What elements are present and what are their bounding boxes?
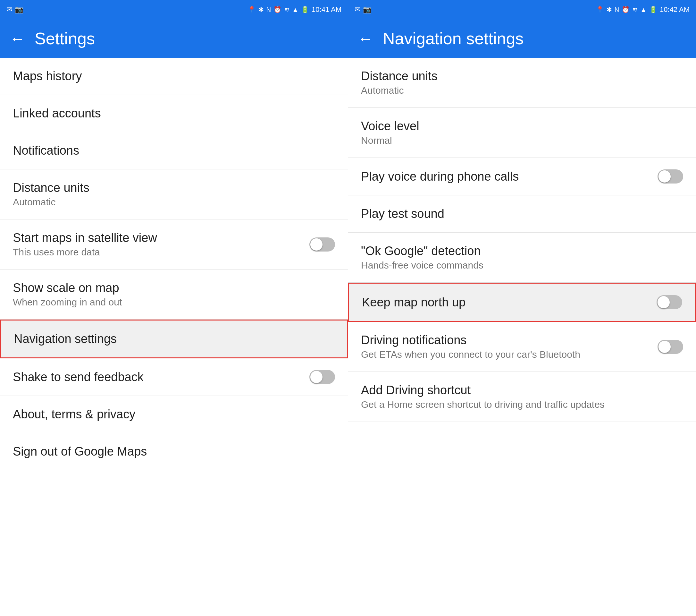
settings-item-show-scale[interactable]: Show scale on mapWhen zooming in and out	[0, 270, 348, 320]
settings-item-navigation-settings[interactable]: Navigation settings	[0, 320, 348, 358]
camera-icon-right: 📷	[363, 5, 371, 14]
nav-settings-item-content-keep-north-up: Keep map north up	[362, 295, 650, 309]
location-icon: 📍	[248, 6, 256, 14]
nav-settings-item-ok-google[interactable]: "Ok Google" detectionHands-free voice co…	[348, 233, 696, 283]
settings-item-title-sign-out: Sign out of Google Maps	[13, 445, 335, 459]
settings-item-distance-units[interactable]: Distance unitsAutomatic	[0, 169, 348, 219]
nav-settings-item-content-ok-google: "Ok Google" detectionHands-free voice co…	[361, 244, 683, 271]
app-bar-left: ← Settings	[0, 19, 348, 58]
nav-settings-item-keep-north-up[interactable]: Keep map north up	[348, 283, 696, 322]
nav-settings-item-content-voice-level: Voice levelNormal	[361, 119, 683, 146]
page-title-right: Navigation settings	[383, 29, 523, 48]
signal-icon: ▲	[292, 6, 299, 14]
nav-toggle-knob-driving-notifications	[659, 341, 671, 353]
nav-toggle-play-voice-calls[interactable]	[658, 169, 683, 184]
settings-item-content-satellite-view: Start maps in satellite viewThis uses mo…	[13, 231, 303, 258]
nav-settings-item-subtitle-ok-google: Hands-free voice commands	[361, 260, 683, 271]
left-status-icons: ✉ 📷	[6, 5, 23, 14]
toggle-knob-shake-feedback	[310, 371, 322, 383]
nav-toggle-knob-play-voice-calls	[659, 170, 671, 183]
nav-settings-item-add-driving-shortcut[interactable]: Add Driving shortcutGet a Home screen sh…	[348, 372, 696, 422]
nfc-icon-right: N	[615, 6, 619, 14]
settings-item-title-about-terms: About, terms & privacy	[13, 407, 335, 421]
settings-item-title-linked-accounts: Linked accounts	[13, 107, 335, 120]
nav-settings-item-distance-units-nav[interactable]: Distance unitsAutomatic	[348, 58, 696, 108]
nav-settings-item-title-play-voice-calls: Play voice during phone calls	[361, 170, 651, 184]
nav-settings-item-title-add-driving-shortcut: Add Driving shortcut	[361, 383, 683, 397]
alarm-icon-right: ⏰	[622, 6, 630, 14]
nav-settings-item-title-driving-notifications: Driving notifications	[361, 333, 651, 347]
settings-item-title-shake-feedback: Shake to send feedback	[13, 370, 303, 384]
nav-settings-item-voice-level[interactable]: Voice levelNormal	[348, 108, 696, 158]
settings-item-subtitle-satellite-view: This uses more data	[13, 247, 303, 258]
settings-item-title-show-scale: Show scale on map	[13, 281, 335, 295]
nav-settings-item-driving-notifications[interactable]: Driving notificationsGet ETAs when you c…	[348, 322, 696, 372]
settings-item-title-maps-history: Maps history	[13, 69, 335, 83]
settings-item-subtitle-distance-units: Automatic	[13, 197, 335, 207]
settings-item-subtitle-show-scale: When zooming in and out	[13, 297, 335, 308]
settings-item-maps-history[interactable]: Maps history	[0, 58, 348, 95]
back-button-left[interactable]: ←	[10, 30, 25, 47]
bluetooth-icon: ✱	[258, 6, 264, 14]
nav-toggle-keep-north-up[interactable]	[657, 295, 682, 309]
message-icon-right: ✉	[354, 5, 360, 14]
nav-settings-item-content-play-test-sound: Play test sound	[361, 207, 683, 221]
alarm-icon: ⏰	[273, 6, 282, 14]
main-content: Maps historyLinked accountsNotifications…	[0, 58, 696, 616]
settings-item-linked-accounts[interactable]: Linked accounts	[0, 95, 348, 132]
bluetooth-icon-right: ✱	[606, 6, 612, 14]
status-time-right: 10:42 AM	[660, 5, 690, 14]
nav-settings-item-content-play-voice-calls: Play voice during phone calls	[361, 170, 651, 184]
right-status-icons-left: 📍 ✱ N ⏰ ≋ ▲ 🔋 10:41 AM	[248, 5, 342, 14]
app-bar: ← Settings ← Navigation settings	[0, 19, 696, 58]
settings-item-title-navigation-settings: Navigation settings	[14, 332, 334, 346]
back-button-right[interactable]: ←	[358, 30, 373, 47]
settings-item-title-distance-units: Distance units	[13, 181, 335, 195]
left-status-icons-right: ✉ 📷	[354, 5, 371, 14]
settings-item-sign-out[interactable]: Sign out of Google Maps	[0, 433, 348, 470]
settings-item-content-show-scale: Show scale on mapWhen zooming in and out	[13, 281, 335, 308]
settings-item-content-linked-accounts: Linked accounts	[13, 107, 335, 120]
nav-settings-item-title-voice-level: Voice level	[361, 119, 683, 133]
nav-settings-item-subtitle-distance-units-nav: Automatic	[361, 85, 683, 96]
nav-settings-item-title-distance-units-nav: Distance units	[361, 69, 683, 83]
toggle-satellite-view[interactable]	[310, 237, 335, 251]
message-icon: ✉	[6, 5, 12, 14]
nav-settings-item-play-voice-calls[interactable]: Play voice during phone calls	[348, 158, 696, 195]
status-bar-right: ✉ 📷 📍 ✱ N ⏰ ≋ ▲ 🔋 10:42 AM	[348, 0, 696, 19]
wifi-icon-right: ≋	[632, 6, 638, 14]
settings-item-content-about-terms: About, terms & privacy	[13, 407, 335, 421]
page-title-left: Settings	[35, 29, 95, 48]
settings-item-content-maps-history: Maps history	[13, 69, 335, 83]
nav-settings-item-subtitle-add-driving-shortcut: Get a Home screen shortcut to driving an…	[361, 399, 683, 410]
location-icon-right: 📍	[596, 6, 604, 14]
settings-item-about-terms[interactable]: About, terms & privacy	[0, 396, 348, 433]
toggle-knob-satellite-view	[310, 238, 322, 250]
nfc-icon: N	[266, 6, 271, 14]
settings-item-content-distance-units: Distance unitsAutomatic	[13, 181, 335, 207]
right-panel: Distance unitsAutomaticVoice levelNormal…	[348, 58, 696, 616]
settings-item-notifications[interactable]: Notifications	[0, 132, 348, 169]
battery-icon: 🔋	[301, 6, 309, 14]
camera-icon: 📷	[15, 5, 23, 14]
nav-settings-item-title-play-test-sound: Play test sound	[361, 207, 683, 221]
nav-toggle-knob-keep-north-up	[658, 296, 670, 308]
settings-item-title-notifications: Notifications	[13, 144, 335, 157]
left-panel: Maps historyLinked accountsNotifications…	[0, 58, 348, 616]
settings-item-title-satellite-view: Start maps in satellite view	[13, 231, 303, 245]
settings-item-shake-feedback[interactable]: Shake to send feedback	[0, 358, 348, 396]
settings-item-content-navigation-settings: Navigation settings	[14, 332, 334, 346]
settings-item-content-notifications: Notifications	[13, 144, 335, 157]
nav-settings-item-subtitle-driving-notifications: Get ETAs when you connect to your car's …	[361, 349, 651, 360]
nav-settings-item-title-ok-google: "Ok Google" detection	[361, 244, 683, 258]
settings-item-satellite-view[interactable]: Start maps in satellite viewThis uses mo…	[0, 219, 348, 270]
status-bar: ✉ 📷 📍 ✱ N ⏰ ≋ ▲ 🔋 10:41 AM ✉ 📷 📍 ✱ N ⏰ ≋…	[0, 0, 696, 19]
nav-toggle-driving-notifications[interactable]	[658, 340, 683, 354]
signal-icon-right: ▲	[640, 6, 647, 14]
toggle-shake-feedback[interactable]	[310, 370, 335, 384]
nav-settings-item-play-test-sound[interactable]: Play test sound	[348, 195, 696, 233]
nav-settings-item-content-add-driving-shortcut: Add Driving shortcutGet a Home screen sh…	[361, 383, 683, 410]
nav-settings-item-content-driving-notifications: Driving notificationsGet ETAs when you c…	[361, 333, 651, 360]
right-status-icons-right: 📍 ✱ N ⏰ ≋ ▲ 🔋 10:42 AM	[596, 5, 690, 14]
app-bar-right: ← Navigation settings	[348, 19, 696, 58]
